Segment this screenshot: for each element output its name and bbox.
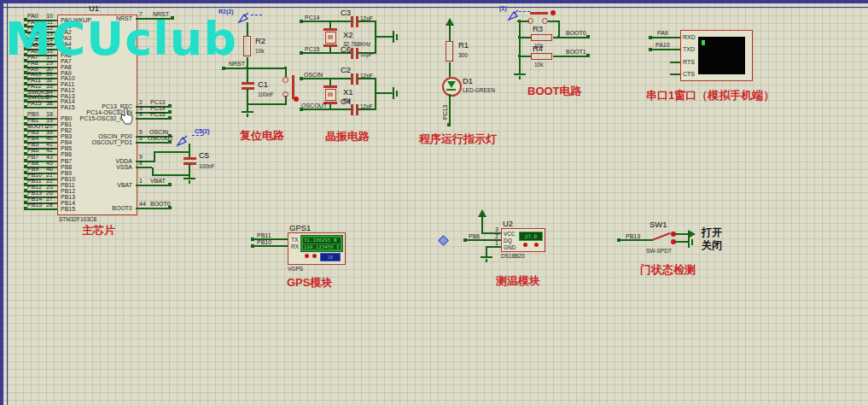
wire [302,109,351,110]
terminal-icon[interactable] [586,54,590,57]
u2-ref: U2 [503,220,513,228]
terminal-icon[interactable] [168,104,172,108]
gps-lcd-line2: 120.123456 E [303,244,341,250]
crystal-x1[interactable] [323,85,338,104]
wire [224,68,286,69]
ground-bar [184,178,195,179]
terminal-icon[interactable] [447,123,451,126]
gps-blue-button[interactable]: 1B [320,253,341,261]
ground-bar [393,31,394,43]
ground-tail [486,259,487,262]
resistor-r1[interactable] [446,41,453,62]
net-label: PA15 [27,100,42,107]
sw1-ref: SW1 [650,220,667,229]
resistor-r2[interactable] [243,36,251,56]
terminal-cursor [702,40,705,45]
wire [189,144,190,158]
crystal-x2[interactable] [323,28,338,47]
net-label-pb11: PB11 [257,232,271,239]
watermark: MCUclub [5,15,237,63]
net-label-pa10: PA10 [655,42,670,49]
temp-part: DS18B20 [501,253,525,259]
terminal-icon[interactable] [168,110,172,114]
pin-name: PB6 [61,151,72,158]
ground-bar [688,236,690,248]
temp-button-icon[interactable] [523,243,527,247]
voltage-probe-icon[interactable] [176,135,188,147]
probe-label-c5: C5(2) [195,128,210,135]
temp-display[interactable]: 27.0 [519,232,543,241]
ground-tail [247,114,248,117]
wire [520,56,531,57]
terminal-icon[interactable] [168,183,172,186]
gps-ref: GPS1 [289,224,311,232]
temp-button-icon[interactable] [534,243,539,247]
wire [449,26,451,41]
wire [376,36,393,38]
section-label-led: 程序运行指示灯 [419,133,497,145]
d1-value: LED-GREEN [463,87,495,93]
wire [247,103,287,105]
probe-dash [251,15,262,15]
wire [376,92,393,94]
r4-ref: R4 [533,44,543,53]
wire [520,37,531,38]
probe-dash [192,135,203,136]
net-label: PB15 [27,202,42,208]
wire [486,246,487,256]
pin-number: 38 [41,100,53,107]
net-label-pc13: PC13 [442,104,449,120]
wire [449,94,451,124]
spdt-switch[interactable] [651,229,677,246]
gps-lcd: 31.186295 N 120.123456 E [300,235,343,252]
net-label-pb6: PB6 [469,233,480,240]
wire [136,142,168,144]
door-close-label: 关闭 [702,240,722,251]
ground-tail [189,180,190,184]
wire [189,164,190,179]
ground-bar [242,111,253,113]
c1-value: 100nF [258,91,273,97]
probe-label-boot: (1) [499,5,507,12]
terminal-icon[interactable] [168,140,172,144]
c6-ref: C6 [341,45,351,54]
wire [329,79,331,85]
wire [481,217,483,234]
wire [136,185,168,186]
schematic-canvas[interactable]: U1 STM32F103C8 主芯片 PA0 10 PA0-WKUP PA1 1… [0,0,868,405]
terminal-screen [698,37,745,74]
r4-value: 10k [534,62,543,68]
c5-value: 100nF [199,163,214,169]
reset-button[interactable] [282,75,299,101]
x2-ref: X2 [343,31,353,39]
resistor-r4[interactable] [531,53,552,60]
gps-part: VGPS [288,266,303,272]
power-arrow-icon [446,18,454,26]
gps-button-icon[interactable] [312,254,317,258]
led-d1[interactable] [442,77,462,97]
wire [136,118,168,120]
wire [553,56,587,57]
wire [675,241,688,243]
terminal-icon[interactable] [168,206,172,209]
wire [519,21,521,73]
boot-button[interactable] [527,9,556,25]
gps-button-icon[interactable] [305,254,309,258]
gps-pin-tx: TX [291,237,298,243]
origin-marker-icon [438,235,449,246]
ground-bar [514,73,526,75]
r2-ref: R2 [255,37,265,45]
wire [247,22,248,36]
terminal-icon[interactable] [586,35,590,38]
wire [302,78,351,79]
terminal-icon[interactable] [168,116,172,120]
resistor-r3[interactable] [531,34,552,41]
section-label-crystal: 晶振电路 [325,131,370,143]
section-label-reset: 复位电路 [240,130,284,142]
c3-ref: C3 [341,9,351,17]
sheet-border-top-inner [0,7,868,8]
wire [154,151,190,153]
voltage-probe-icon[interactable] [507,9,519,21]
junction-icon [557,36,560,38]
net-label-pb13: PB13 [626,233,640,240]
